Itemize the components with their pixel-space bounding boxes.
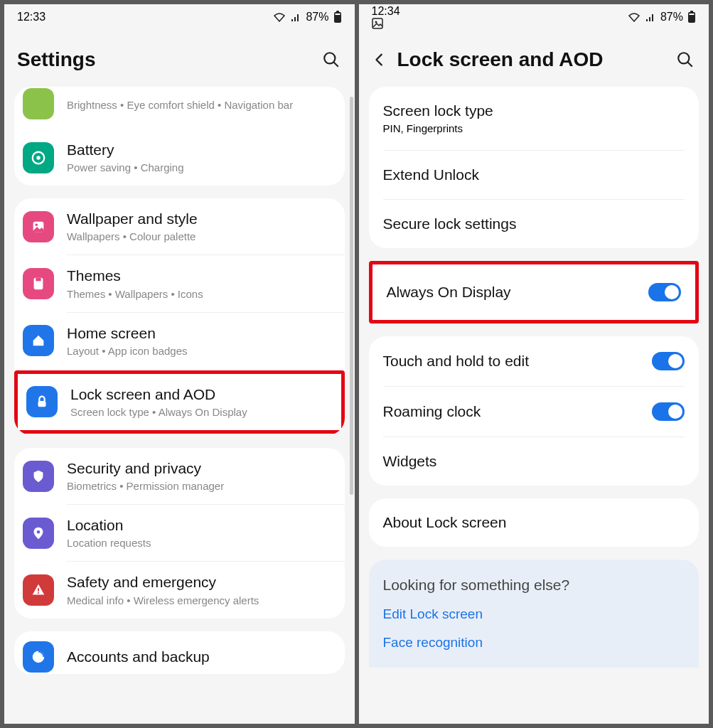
item-title: Home screen: [67, 324, 332, 342]
item-title: Battery: [67, 141, 332, 159]
wallpaper-icon: [23, 211, 54, 242]
setting-always-on-display[interactable]: Always On Display: [372, 267, 696, 317]
lock-icon: [26, 386, 58, 417]
search-icon[interactable]: [322, 50, 342, 69]
lockscreen-list[interactable]: Screen lock typePIN, FingerprintsExtend …: [359, 87, 709, 724]
toggle-switch[interactable]: [652, 352, 685, 370]
item-title: Always On Display: [387, 284, 649, 301]
svg-rect-19: [690, 11, 693, 13]
statusbar: 12:34 87%: [359, 4, 709, 30]
item-title: Roaming clock: [383, 403, 653, 420]
svg-point-8: [35, 223, 38, 226]
settings-item-location[interactable]: LocationLocation requests: [14, 505, 345, 561]
item-subtitle: Brightness • Eye comfort shield • Naviga…: [67, 99, 332, 112]
footer-heading: Looking for something else?: [383, 577, 685, 594]
settings-item-accounts[interactable]: Accounts and backup: [14, 631, 345, 674]
settings-card: Wallpaper and styleWallpapers • Colour p…: [14, 198, 345, 435]
item-subtitle: Layout • App icon badges: [67, 345, 332, 358]
item-title: Accounts and backup: [67, 648, 332, 665]
item-subtitle: Power saving • Charging: [67, 161, 332, 174]
left-phone: 12:33 87% Settings Brightness • Eye comf…: [4, 4, 355, 724]
setting-widgets[interactable]: Widgets: [369, 437, 699, 486]
battery-percent: 87%: [660, 11, 683, 23]
setting-touch-and-hold-to-edit[interactable]: Touch and hold to edit: [369, 336, 699, 386]
battery-percent: 87%: [306, 11, 328, 23]
footer-link[interactable]: Edit Lock screen: [383, 606, 685, 622]
svg-rect-2: [335, 14, 340, 15]
item-subtitle: Themes • Wallpapers • Icons: [67, 288, 332, 301]
highlight-box: Always On Display: [369, 261, 699, 323]
settings-card: Security and privacyBiometrics • Permiss…: [14, 448, 345, 619]
status-time: 12:33: [17, 11, 45, 23]
setting-screen-lock-type[interactable]: Screen lock typePIN, Fingerprints: [369, 87, 699, 150]
themes-icon: [23, 268, 54, 299]
svg-point-3: [324, 53, 335, 63]
svg-rect-20: [690, 14, 695, 15]
svg-line-22: [687, 62, 692, 67]
accounts-icon: [23, 641, 54, 673]
titlebar: Lock screen and AOD: [359, 30, 709, 87]
status-right: 87%: [273, 11, 341, 23]
settings-card: Screen lock typePIN, FingerprintsExtend …: [369, 87, 699, 248]
page-title: Settings: [17, 48, 322, 71]
home-icon: [23, 325, 54, 356]
right-phone: 12:34 87% Lock screen and AOD Screen: [359, 4, 709, 724]
location-icon: [23, 518, 54, 549]
footer-link[interactable]: Face recognition: [383, 635, 685, 651]
settings-card: Brightness • Eye comfort shield • Naviga…: [14, 87, 345, 186]
settings-list[interactable]: Brightness • Eye comfort shield • Naviga…: [4, 87, 355, 724]
setting-extend-unlock[interactable]: Extend Unlock: [369, 151, 699, 199]
looking-for-card: Looking for something else?Edit Lock scr…: [369, 560, 699, 668]
item-title: Screen lock type: [383, 102, 685, 119]
toggle-switch[interactable]: [652, 402, 685, 421]
settings-item-battery[interactable]: BatteryPower saving • Charging: [14, 129, 345, 186]
setting-about-lock-screen[interactable]: About Lock screen: [369, 498, 699, 547]
item-subtitle: Medical info • Wireless emergency alerts: [67, 594, 332, 607]
shield-icon: [23, 461, 54, 492]
statusbar: 12:33 87%: [4, 4, 355, 30]
item-title: Widgets: [383, 453, 685, 470]
item-title: Secure lock settings: [383, 215, 685, 232]
status-right: 87%: [628, 11, 696, 23]
settings-card: Touch and hold to editRoaming clockWidge…: [369, 336, 699, 486]
item-title: About Lock screen: [383, 514, 685, 531]
battery-icon: [333, 11, 342, 23]
setting-secure-lock-settings[interactable]: Secure lock settings: [369, 200, 699, 248]
item-subtitle: PIN, Fingerprints: [383, 122, 685, 134]
svg-rect-11: [38, 401, 46, 407]
display-icon: [23, 88, 54, 119]
back-icon[interactable]: [372, 52, 390, 68]
item-title: Safety and emergency: [67, 573, 332, 591]
settings-item-wallpaper[interactable]: Wallpaper and styleWallpapers • Colour p…: [14, 198, 345, 255]
item-title: Themes: [67, 267, 332, 284]
settings-card: Accounts and backup: [14, 631, 345, 674]
settings-item-alert[interactable]: Safety and emergencyMedical info • Wirel…: [14, 562, 345, 618]
item-title: Lock screen and AOD: [70, 385, 328, 403]
battery-icon: [687, 11, 696, 23]
item-title: Wallpaper and style: [67, 210, 332, 228]
item-title: Security and privacy: [67, 459, 332, 477]
scrollbar[interactable]: [350, 97, 353, 495]
svg-rect-1: [336, 11, 339, 13]
item-subtitle: Wallpapers • Colour palette: [67, 230, 332, 243]
setting-roaming-clock[interactable]: Roaming clock: [369, 387, 699, 437]
svg-point-12: [37, 530, 41, 534]
signal-icon: [645, 12, 656, 22]
svg-rect-10: [36, 278, 41, 282]
settings-item-themes[interactable]: ThemesThemes • Wallpapers • Icons: [14, 255, 345, 311]
status-time: 12:34: [372, 5, 404, 29]
toggle-switch[interactable]: [648, 283, 681, 301]
svg-rect-13: [38, 588, 39, 592]
alert-icon: [23, 574, 54, 606]
item-title: Location: [67, 516, 332, 534]
battery-icon: [23, 142, 54, 173]
settings-item-display[interactable]: Brightness • Eye comfort shield • Naviga…: [14, 87, 345, 129]
search-icon[interactable]: [676, 50, 696, 69]
wifi-icon: [273, 12, 286, 22]
page-title: Lock screen and AOD: [397, 48, 677, 71]
settings-item-home[interactable]: Home screenLayout • App icon badges: [14, 313, 345, 369]
svg-rect-14: [38, 592, 39, 594]
settings-item-shield[interactable]: Security and privacyBiometrics • Permiss…: [14, 448, 345, 504]
item-subtitle: Location requests: [67, 537, 332, 550]
settings-item-lock[interactable]: Lock screen and AODScreen lock type • Al…: [18, 374, 341, 430]
